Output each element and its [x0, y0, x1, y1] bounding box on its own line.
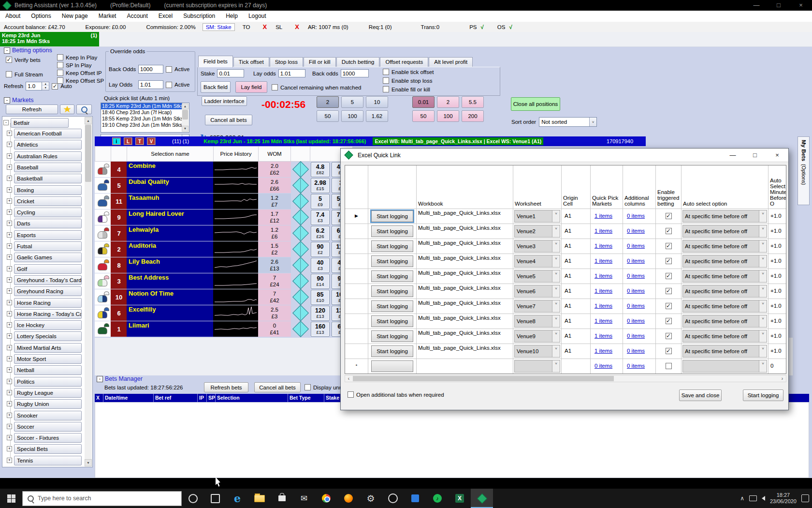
additional-columns-link[interactable]: 0 items [623, 314, 655, 324]
expand-icon-horse-racing-today-s-card[interactable]: + [7, 311, 12, 316]
expand-icon-basketball[interactable]: + [7, 176, 12, 181]
scroll-thumb[interactable] [85, 125, 91, 182]
start-logging-button[interactable]: Start logging [371, 315, 413, 327]
chevron-down-icon[interactable]: ˅ [759, 315, 767, 327]
runner-name[interactable]: Excelfilly [127, 305, 214, 321]
current-market-box[interactable]: Kemp 23rd Jun (1) 18:25 1m Mdn Stks [0, 32, 99, 46]
keep-in-play-checkbox[interactable] [57, 54, 63, 60]
lay-stake-button-200[interactable]: 200 [462, 110, 484, 122]
enable-triggered-checkbox[interactable]: ✓ [666, 333, 672, 339]
back-price-button[interactable]: 90£14 [311, 274, 330, 289]
taskbar-icon-chrome[interactable] [315, 489, 337, 508]
runner-name[interactable]: Auditoria [127, 241, 214, 257]
menu-item-account[interactable]: Account [121, 11, 153, 22]
price-history-chart[interactable] [213, 209, 259, 225]
back-price-button[interactable]: 6.2£26 [311, 226, 330, 241]
stake-input[interactable]: 0.01 [217, 69, 244, 77]
start-logging-button[interactable]: Start logging [371, 270, 413, 282]
expand-icon-horse-racing[interactable]: + [7, 300, 12, 305]
sidebar-item-special-bets[interactable]: Special Bets [14, 444, 82, 454]
hscroll-right-icon[interactable]: › [779, 375, 786, 382]
cancel-all-bets-button[interactable]: Cancel all bets [205, 115, 252, 125]
enable-triggered-checkbox[interactable]: ✓ [666, 273, 672, 279]
market-toolbar-i-button[interactable]: i [112, 137, 121, 145]
hedge-diamond-icon[interactable] [292, 209, 309, 225]
back-stake-button-100[interactable]: 100 [341, 110, 363, 122]
worksheet-select[interactable]: Venue3˅ [514, 240, 560, 253]
chevron-down-icon[interactable]: ˅ [759, 345, 767, 357]
worksheet-select[interactable]: Venue1˅ [514, 210, 560, 223]
grid-header-selection[interactable]: Selection name [127, 146, 214, 162]
verify-bets-checkbox[interactable]: ✓ [6, 57, 12, 63]
dialog-hscrollbar[interactable]: ‹ › [345, 375, 786, 382]
grid-header-price-history[interactable]: Price History [213, 146, 259, 162]
enable-triggered-checkbox[interactable]: ✓ [666, 228, 672, 234]
back-stake-button-1-62[interactable]: 1.62 [366, 110, 388, 122]
quick-pick-item[interactable]: 19:10 Chep 23rd Jun (1m Mdn Stks) [101, 122, 182, 128]
ladder-interface-button[interactable]: Ladder interface [202, 96, 247, 106]
price-history-chart[interactable] [213, 162, 259, 177]
expand-icon-golf[interactable]: + [7, 266, 12, 271]
back-odds-active-checkbox[interactable] [166, 66, 172, 73]
bets-cancel-all-button[interactable]: Cancel all bets [254, 382, 301, 392]
enable-tick-offset-checkbox[interactable] [383, 69, 389, 75]
sort-order-select[interactable]: Not sorted ˅ [539, 117, 597, 127]
sidebar-item-soccer[interactable]: Soccer [14, 422, 82, 432]
start-logging-button[interactable]: Start logging [371, 300, 413, 312]
additional-columns-link[interactable]: 0 items [623, 224, 655, 234]
sp-in-play-checkbox[interactable] [57, 62, 63, 68]
my-bets-tab[interactable]: My Bets (Options) [798, 136, 810, 205]
sidebar-item-horse-racing[interactable]: Horse Racing [14, 298, 82, 308]
volume-icon[interactable] [762, 496, 765, 501]
quick-pick-scrollbar[interactable]: ▲ ▼ [182, 104, 188, 132]
start-logging-button[interactable] [371, 360, 413, 372]
menu-item-logout[interactable]: Logout [243, 11, 272, 22]
worksheet-select[interactable]: Venue4˅ [514, 255, 560, 268]
menu-item-about[interactable]: About [0, 11, 26, 22]
sidebar-item-rugby-league[interactable]: Rugby League [14, 388, 82, 398]
sidebar-item-greyhound-today-s-card[interactable]: Greyhound - Today's Card [14, 275, 82, 285]
worksheet-select[interactable]: Venue10˅ [514, 345, 560, 358]
expand-icon-ice-hockey[interactable]: + [7, 322, 12, 328]
save-and-close-button[interactable]: Save and close [679, 389, 722, 401]
hedge-diamond-icon[interactable] [292, 177, 309, 194]
sidebar-item-cricket[interactable]: Cricket [14, 196, 82, 206]
taskbar-icon-firefox[interactable] [337, 489, 360, 508]
back-price-button[interactable]: 90£2 [311, 242, 330, 257]
runner-name[interactable]: Best Address [127, 273, 214, 289]
chevron-down-icon[interactable]: ˅ [552, 345, 560, 357]
additional-columns-link[interactable]: 0 items [623, 329, 655, 339]
dialog-minimize-icon[interactable]: — [722, 150, 744, 161]
expand-icon-cricket[interactable]: + [7, 198, 12, 204]
chevron-down-icon[interactable]: ˅ [589, 118, 596, 126]
chevron-down-icon[interactable]: ˅ [552, 300, 560, 312]
expand-icon-cycling[interactable]: + [7, 209, 12, 215]
taskbar-icon-file-explorer[interactable] [248, 489, 271, 508]
back-price-button[interactable]: 160£13 [311, 322, 330, 337]
sidebar-item-athletics[interactable]: Athletics [14, 140, 82, 149]
chevron-down-icon[interactable]: ˅ [552, 255, 560, 267]
taskbar-icon-capture[interactable] [382, 489, 404, 508]
back-field-button[interactable]: Back field [201, 81, 231, 93]
menu-item-subscription[interactable]: Subscription [178, 11, 220, 22]
fb-lay-odds-input[interactable]: 1.01 [278, 69, 305, 77]
enable-triggered-checkbox[interactable]: ✓ [666, 303, 672, 309]
sidebar-item-snooker[interactable]: Snooker [14, 411, 82, 420]
start-logging-button[interactable]: Start logging [371, 210, 413, 222]
menu-item-excel[interactable]: Excel [153, 11, 178, 22]
bets-column-selection[interactable]: Selection [216, 394, 288, 402]
expand-icon-greyhound-racing[interactable]: + [7, 288, 12, 294]
dialog-title-bar[interactable]: Excel Quick Link — □ × [341, 149, 788, 162]
expand-icon-motor-sport[interactable]: + [7, 356, 12, 361]
worksheet-select[interactable]: Venue6˅ [514, 285, 560, 298]
runner-name[interactable]: Lily Beach [127, 257, 214, 273]
back-price-button[interactable]: 7.4£3 [311, 210, 330, 225]
cortana-button[interactable] [182, 489, 204, 508]
price-history-chart[interactable] [213, 225, 259, 241]
sidebar-item-boxing[interactable]: Boxing [14, 185, 82, 195]
runner-name[interactable]: Combine [127, 162, 214, 177]
price-history-chart[interactable] [213, 194, 259, 209]
menu-item-help[interactable]: Help [220, 11, 243, 22]
sidebar-item-baseball[interactable]: Baseball [14, 163, 82, 172]
back-stake-button-5[interactable]: 5 [341, 96, 363, 108]
